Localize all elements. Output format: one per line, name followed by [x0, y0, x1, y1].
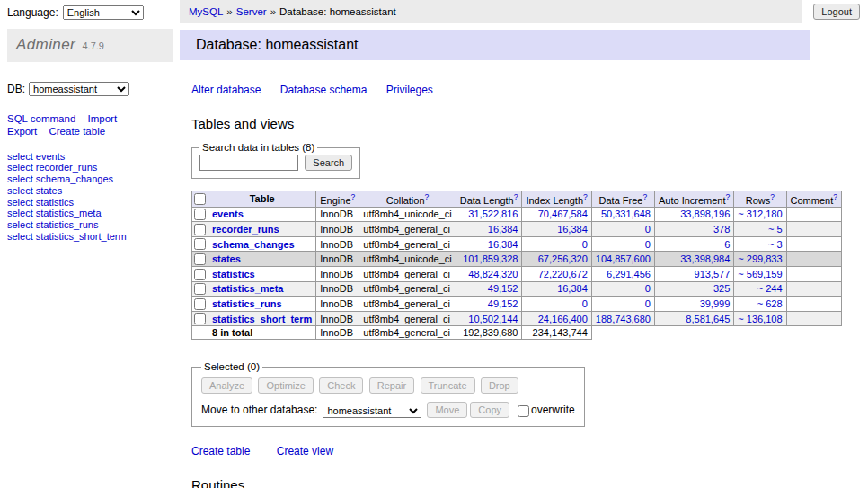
- language-select[interactable]: English: [63, 5, 144, 20]
- data-free-link[interactable]: 0: [645, 298, 651, 309]
- help-link[interactable]: ?: [514, 192, 518, 201]
- table-link[interactable]: schema_changes: [212, 239, 295, 250]
- optimize-button[interactable]: Optimize: [258, 377, 313, 394]
- create-view-link[interactable]: Create view: [277, 445, 333, 457]
- help-link[interactable]: ?: [726, 192, 731, 201]
- move-database-select[interactable]: homeassistant: [323, 404, 421, 418]
- auto-increment-link[interactable]: 33,398,984: [680, 253, 730, 264]
- sidebar-link-export[interactable]: Export: [7, 126, 37, 137]
- rows-count-link[interactable]: ~ 299,833: [738, 253, 782, 264]
- sidebar-item-select-recorder-runs[interactable]: select recorder_runs: [7, 162, 173, 173]
- database-schema-link[interactable]: Database schema: [280, 84, 368, 96]
- logout-button[interactable]: Logout: [813, 4, 860, 20]
- auto-increment-link[interactable]: 913,577: [695, 269, 731, 279]
- auto-increment-link[interactable]: 378: [713, 224, 730, 235]
- row-checkbox[interactable]: [194, 224, 206, 235]
- row-checkbox[interactable]: [194, 298, 206, 310]
- data-length-link[interactable]: 16,384: [488, 239, 518, 250]
- auto-increment-link[interactable]: 39,999: [700, 298, 731, 309]
- rows-count-link[interactable]: ~ 628: [757, 298, 783, 309]
- row-checkbox[interactable]: [194, 238, 206, 250]
- help-link[interactable]: ?: [642, 192, 647, 201]
- row-checkbox[interactable]: [194, 313, 206, 324]
- data-length-link[interactable]: 48,824,320: [468, 269, 518, 279]
- table-link[interactable]: recorder_runs: [212, 224, 279, 235]
- help-link[interactable]: ?: [425, 192, 430, 201]
- data-length-link[interactable]: 101,859,328: [463, 253, 518, 264]
- index-length-link[interactable]: 72,220,672: [538, 269, 588, 279]
- table-link[interactable]: statistics: [212, 269, 255, 279]
- index-length-link[interactable]: 16,384: [557, 283, 588, 294]
- table-link[interactable]: events: [212, 209, 244, 219]
- rows-count-link[interactable]: ~ 244: [757, 283, 783, 294]
- table-link[interactable]: states: [212, 253, 241, 264]
- row-checkbox[interactable]: [194, 283, 206, 295]
- table-link[interactable]: statistics_runs: [212, 298, 282, 309]
- data-free-link[interactable]: 104,857,600: [596, 253, 651, 264]
- row-checkbox[interactable]: [194, 269, 206, 280]
- data-free-link[interactable]: 50,331,648: [601, 209, 651, 219]
- help-link[interactable]: ?: [351, 192, 356, 201]
- db-select[interactable]: homeassistant: [29, 82, 129, 96]
- data-free-link[interactable]: 188,743,680: [596, 314, 651, 324]
- data-length-link[interactable]: 10,502,144: [468, 314, 518, 324]
- help-link[interactable]: ?: [770, 192, 775, 201]
- check-button[interactable]: Check: [319, 377, 363, 394]
- repair-button[interactable]: Repair: [369, 377, 414, 394]
- index-length-link[interactable]: 16,384: [557, 224, 588, 235]
- move-button[interactable]: Move: [427, 402, 467, 418]
- overwrite-checkbox[interactable]: [518, 405, 529, 417]
- index-length-link[interactable]: 24,166,400: [538, 314, 588, 324]
- analyze-button[interactable]: Analyze: [201, 377, 252, 394]
- data-length-link[interactable]: 49,152: [488, 298, 518, 309]
- rows-count-link[interactable]: ~ 569,159: [738, 269, 782, 279]
- index-length-link[interactable]: 67,256,320: [538, 253, 588, 264]
- sidebar-link-import[interactable]: Import: [87, 113, 117, 124]
- create-table-link[interactable]: Create table: [191, 445, 250, 457]
- sidebar-item-select-states[interactable]: select states: [7, 185, 173, 197]
- sidebar-item-select-events[interactable]: select events: [7, 151, 173, 163]
- table-link[interactable]: statistics_meta: [212, 283, 284, 294]
- data-free-link[interactable]: 0: [645, 283, 651, 294]
- rows-count-link[interactable]: ~ 312,180: [738, 209, 782, 219]
- sidebar-item-select-statistics-meta[interactable]: select statistics_meta: [7, 208, 173, 219]
- cell-engine: InnoDB: [316, 252, 359, 267]
- data-length-link[interactable]: 31,522,816: [468, 209, 518, 219]
- auto-increment-link[interactable]: 8,581,645: [686, 314, 730, 324]
- data-length-link[interactable]: 49,152: [488, 283, 518, 294]
- row-checkbox[interactable]: [194, 253, 206, 265]
- data-free-link[interactable]: 0: [645, 224, 651, 235]
- sidebar-item-select-schema-changes[interactable]: select schema_changes: [7, 173, 173, 185]
- search-input[interactable]: [199, 155, 298, 171]
- breadcrumb-link-mysql[interactable]: MySQL: [189, 6, 223, 17]
- rows-count-link[interactable]: ~ 136,108: [738, 314, 782, 324]
- sidebar-item-select-statistics[interactable]: select statistics: [7, 197, 173, 209]
- row-checkbox[interactable]: [194, 209, 206, 220]
- help-link[interactable]: ?: [833, 192, 837, 201]
- sidebar-link-create-table[interactable]: Create table: [49, 126, 105, 137]
- index-length-link[interactable]: 70,467,584: [538, 209, 588, 219]
- breadcrumb-link-server[interactable]: Server: [236, 6, 267, 17]
- data-free-link[interactable]: 6,291,456: [607, 269, 651, 279]
- privileges-link[interactable]: Privileges: [386, 84, 433, 96]
- auto-increment-link[interactable]: 6: [724, 239, 730, 250]
- select-all-checkbox[interactable]: [194, 193, 206, 205]
- auto-increment-link[interactable]: 33,898,196: [680, 209, 730, 219]
- search-button[interactable]: Search: [305, 155, 352, 171]
- sidebar-link-sql-command[interactable]: SQL command: [7, 113, 75, 124]
- truncate-button[interactable]: Truncate: [421, 377, 475, 394]
- drop-button[interactable]: Drop: [481, 377, 518, 394]
- sidebar-item-select-statistics-runs[interactable]: select statistics_runs: [7, 219, 173, 231]
- table-link[interactable]: statistics_short_term: [212, 314, 312, 324]
- rows-count-link[interactable]: ~ 5: [768, 224, 783, 235]
- index-length-link[interactable]: 0: [582, 239, 588, 250]
- copy-button[interactable]: Copy: [470, 402, 509, 418]
- data-free-link[interactable]: 0: [645, 239, 651, 250]
- help-link[interactable]: ?: [583, 192, 588, 201]
- auto-increment-link[interactable]: 325: [713, 283, 730, 294]
- data-length-link[interactable]: 16,384: [488, 224, 518, 235]
- rows-count-link[interactable]: ~ 3: [768, 239, 783, 250]
- alter-database-link[interactable]: Alter database: [191, 84, 261, 96]
- sidebar-item-select-statistics-short-term[interactable]: select statistics_short_term: [7, 231, 173, 243]
- index-length-link[interactable]: 0: [582, 298, 588, 309]
